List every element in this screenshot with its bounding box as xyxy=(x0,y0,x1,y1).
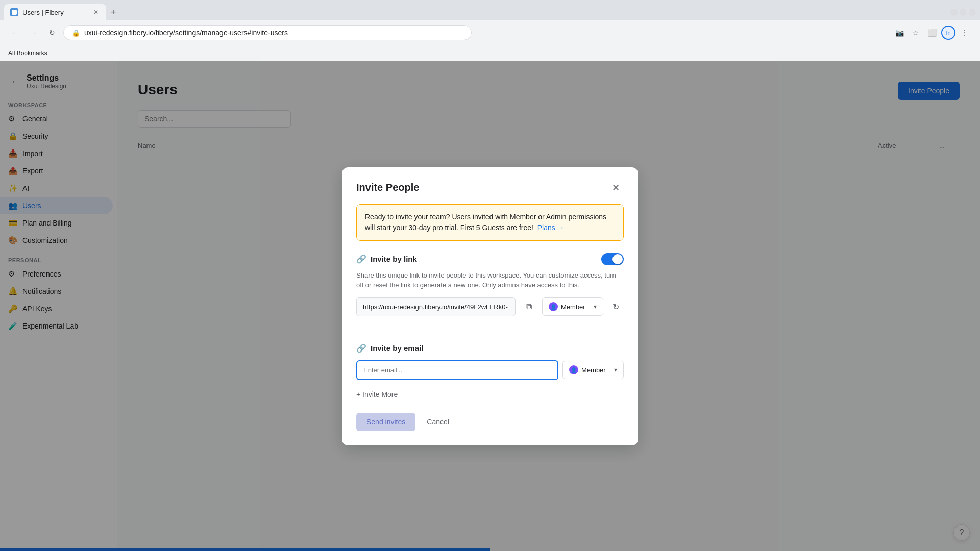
tab-title: Users | Fibery xyxy=(22,9,64,16)
lock-icon: 🔒 xyxy=(72,29,80,37)
invite-people-modal: Invite People ✕ Ready to invite your tea… xyxy=(342,167,638,445)
bookmarks-label: All Bookmarks xyxy=(8,49,47,57)
email-role-icon: 👤 xyxy=(569,365,578,374)
email-role-label: Member xyxy=(581,366,606,374)
modal-footer: Send invites Cancel xyxy=(356,413,624,431)
link-url-display: https://uxui-redesign.fibery.io/invite/4… xyxy=(356,297,516,316)
address-text: uxui-redesign.fibery.io/fibery/settings/… xyxy=(84,29,288,37)
browser-chrome: Users | Fibery ✕ + ← → ↻ 🔒 uxui-redesign… xyxy=(0,0,980,61)
invite-by-email-header: 🔗 Invite by email xyxy=(356,343,624,353)
tab-bar-controls xyxy=(950,9,976,16)
modal-close-button[interactable]: ✕ xyxy=(607,180,624,196)
extensions-icon[interactable]: ⋮ xyxy=(958,26,972,40)
cancel-button[interactable]: Cancel xyxy=(422,413,454,431)
profile-icon[interactable]: In xyxy=(941,26,955,40)
link-role-dropdown[interactable]: 👤 Member ▾ xyxy=(542,297,603,316)
alert-banner: Ready to invite your team? Users invited… xyxy=(356,204,624,241)
invite-by-link-header: 🔗 Invite by link xyxy=(356,253,624,265)
browser-tabs-icon[interactable]: ⬜ xyxy=(925,26,939,40)
camera-off-icon[interactable]: 📷 xyxy=(892,26,906,40)
tab-bar: Users | Fibery ✕ + xyxy=(0,0,980,20)
email-row: 👤 Member ▾ xyxy=(356,360,624,380)
modal-overlay[interactable]: Invite People ✕ Ready to invite your tea… xyxy=(0,61,980,551)
section-divider xyxy=(356,331,624,331)
invite-by-link-title: Invite by link xyxy=(371,255,417,263)
modal-header: Invite People ✕ xyxy=(342,167,638,204)
chevron-down-icon: ▾ xyxy=(594,303,597,310)
email-icon: 🔗 xyxy=(356,343,366,353)
invite-by-email-title: Invite by email xyxy=(371,344,423,353)
modal-body: Ready to invite your team? Users invited… xyxy=(342,204,638,445)
email-role-dropdown[interactable]: 👤 Member ▾ xyxy=(562,361,624,379)
link-toggle[interactable] xyxy=(601,253,624,265)
modal-title: Invite People xyxy=(356,182,419,193)
email-input[interactable] xyxy=(356,360,558,380)
invite-more-button[interactable]: + Invite More xyxy=(356,386,624,403)
invite-by-link-section: 🔗 Invite by link Share this unique link … xyxy=(356,253,624,316)
refresh-nav-button[interactable]: ↻ xyxy=(45,26,59,40)
invite-more-label: + Invite More xyxy=(356,390,398,398)
back-nav-button[interactable]: ← xyxy=(8,26,22,40)
send-invites-button[interactable]: Send invites xyxy=(356,413,415,431)
tab-close-icon[interactable]: ✕ xyxy=(92,8,100,16)
bookmark-bar: All Bookmarks xyxy=(0,45,980,61)
alert-plans-link[interactable]: Plans → xyxy=(537,223,565,232)
invite-by-link-description: Share this unique link to invite people … xyxy=(356,270,624,290)
toolbar-right: 📷 ☆ ⬜ In ⋮ xyxy=(892,26,972,40)
active-tab[interactable]: Users | Fibery ✕ xyxy=(4,4,106,20)
refresh-link-button[interactable]: ↻ xyxy=(607,298,624,315)
new-tab-button[interactable]: + xyxy=(106,5,120,19)
toggle-thumb xyxy=(612,254,623,264)
address-bar-row: ← → ↻ 🔒 uxui-redesign.fibery.io/fibery/s… xyxy=(0,20,980,45)
link-role-label: Member xyxy=(561,303,585,311)
link-row: https://uxui-redesign.fibery.io/invite/4… xyxy=(356,297,624,316)
tab-favicon xyxy=(10,8,18,16)
maximize-icon[interactable] xyxy=(960,9,967,16)
alert-text: Ready to invite your team? Users invited… xyxy=(365,213,606,232)
forward-nav-button[interactable]: → xyxy=(27,26,41,40)
invite-by-email-section: 🔗 Invite by email 👤 Member ▾ + Invite Mo… xyxy=(356,343,624,403)
role-icon: 👤 xyxy=(549,302,558,311)
link-url-text: https://uxui-redesign.fibery.io/invite/4… xyxy=(363,303,508,311)
minimize-icon[interactable] xyxy=(950,9,958,16)
bookmark-star-icon[interactable]: ☆ xyxy=(909,26,923,40)
chevron-down-icon-email: ▾ xyxy=(614,366,617,373)
copy-link-button[interactable]: ⧉ xyxy=(520,297,538,316)
address-bar[interactable]: 🔒 uxui-redesign.fibery.io/fibery/setting… xyxy=(63,25,472,40)
close-window-icon[interactable] xyxy=(969,9,976,16)
link-icon: 🔗 xyxy=(356,254,366,264)
